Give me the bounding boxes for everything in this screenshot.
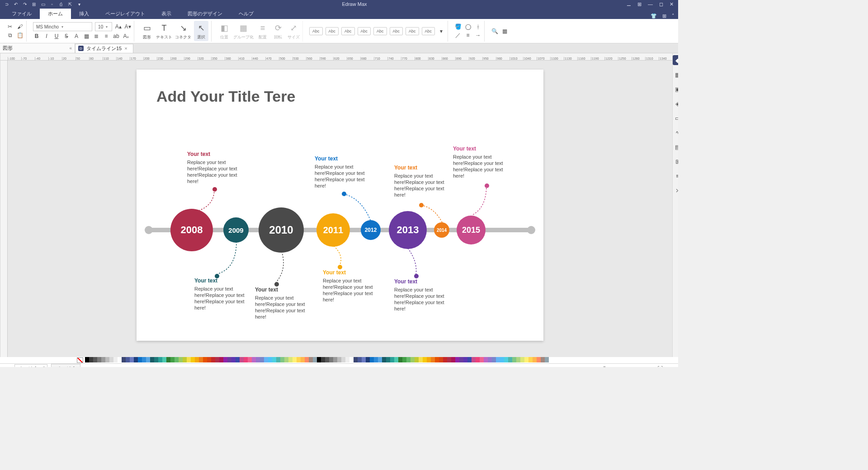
play-icon[interactable]: ▷ <box>566 365 573 367</box>
color-swatch[interactable] <box>463 357 467 362</box>
style-abc-8[interactable]: Abc <box>422 27 435 35</box>
minimize-icon[interactable]: — <box>648 1 653 7</box>
color-swatch[interactable] <box>179 357 183 362</box>
color-swatch[interactable] <box>402 357 406 362</box>
document-tab[interactable]: D タイムライン15 × <box>75 44 133 53</box>
print-icon[interactable]: ⎙ <box>58 1 64 7</box>
color-swatch[interactable] <box>105 357 109 362</box>
style-abc-3[interactable]: Abc <box>341 27 355 35</box>
note-2015[interactable]: Your textReplace your text here!Replace … <box>453 146 512 179</box>
rt-fill-icon[interactable]: ◆ <box>673 55 678 65</box>
color-swatch[interactable] <box>488 357 492 362</box>
color-swatch[interactable] <box>317 357 321 362</box>
color-swatch[interactable] <box>85 357 89 362</box>
bubble-2011[interactable]: 2011 <box>316 213 350 247</box>
color-swatch[interactable] <box>113 357 118 362</box>
color-swatch[interactable] <box>410 357 415 362</box>
bubble-2008[interactable]: 2008 <box>170 209 213 251</box>
color-swatch[interactable] <box>325 357 329 362</box>
add-page-icon[interactable]: + <box>84 365 93 367</box>
align-left-icon[interactable]: ≡ <box>103 33 110 40</box>
color-swatch[interactable] <box>341 357 345 362</box>
color-swatch[interactable] <box>362 357 366 362</box>
color-swatch[interactable] <box>97 357 101 362</box>
color-swatch[interactable] <box>512 357 516 362</box>
color-swatch[interactable] <box>439 357 443 362</box>
note-2013b[interactable]: Your textReplace your text here!Replace … <box>394 278 453 312</box>
color-swatch[interactable] <box>419 357 423 362</box>
color-swatch[interactable] <box>476 357 480 362</box>
color-swatch[interactable] <box>272 357 276 362</box>
color-swatch[interactable] <box>492 357 496 362</box>
increase-font-icon[interactable]: A▴ <box>115 23 122 30</box>
color-swatch[interactable] <box>150 357 154 362</box>
tab-home[interactable]: ホーム <box>40 9 71 19</box>
style-abc-7[interactable]: Abc <box>406 27 419 35</box>
line-icon[interactable]: ／ <box>454 32 462 39</box>
bold-icon[interactable]: B <box>33 33 40 40</box>
underline-icon[interactable]: U <box>53 33 60 40</box>
bullets-icon[interactable]: ≣ <box>93 33 100 40</box>
color-swatch[interactable] <box>93 357 97 362</box>
color-swatch[interactable] <box>406 357 410 362</box>
pages-icon[interactable]: ▯▯ <box>4 365 11 367</box>
highlight-icon[interactable]: ▦ <box>83 33 90 40</box>
color-swatch[interactable] <box>370 357 374 362</box>
bubble-2009[interactable]: 2009 <box>223 217 249 243</box>
color-swatch[interactable] <box>447 357 451 362</box>
canvas-stage[interactable]: Add Your Title Tere 2008 2009 2010 2011 … <box>8 61 672 357</box>
color-swatch[interactable] <box>313 357 317 362</box>
connector-tool-icon[interactable]: ↘ <box>177 22 189 34</box>
color-swatch[interactable] <box>484 357 488 362</box>
color-swatch[interactable] <box>199 357 203 362</box>
shirt-icon[interactable]: 👕 <box>651 13 657 19</box>
open-icon[interactable]: ▭ <box>40 1 46 7</box>
apps-icon[interactable]: ⊞ <box>637 1 642 7</box>
color-swatch[interactable] <box>130 357 134 362</box>
color-swatch[interactable] <box>378 357 382 362</box>
grid-icon[interactable]: ⊞ <box>662 13 666 19</box>
color-swatch[interactable] <box>240 357 244 362</box>
zoom-out-icon[interactable]: − <box>576 366 579 367</box>
color-swatch[interactable] <box>101 357 105 362</box>
zoom-in-icon[interactable]: + <box>627 366 630 367</box>
color-swatch[interactable] <box>394 357 398 362</box>
tab-help[interactable]: ヘルプ <box>231 9 262 19</box>
maximize-icon[interactable]: ◻ <box>659 1 663 7</box>
color-swatch[interactable] <box>423 357 427 362</box>
color-swatch[interactable] <box>89 357 93 362</box>
color-swatch[interactable] <box>309 357 313 362</box>
color-swatch[interactable] <box>280 357 284 362</box>
color-swatch[interactable] <box>187 357 191 362</box>
strike-icon[interactable]: S̶ <box>63 33 70 40</box>
color-swatch[interactable] <box>166 357 170 362</box>
color-swatch[interactable] <box>435 357 439 362</box>
rt-page-icon[interactable]: ▭ <box>673 113 678 123</box>
color-swatch[interactable] <box>252 357 256 362</box>
color-swatch[interactable] <box>122 357 126 362</box>
redo-icon[interactable]: ↷ <box>22 1 28 7</box>
note-2008[interactable]: Your textReplace your text here!Replace … <box>187 151 246 185</box>
color-swatch[interactable] <box>398 357 402 362</box>
font-family-select[interactable]: MS Mincho▾ <box>33 22 92 31</box>
style-abc-1[interactable]: Abc <box>309 27 323 35</box>
color-swatch[interactable] <box>260 357 264 362</box>
color-swatch[interactable] <box>138 357 142 362</box>
color-swatch[interactable] <box>537 357 541 362</box>
qat-more-icon[interactable]: ▾ <box>76 1 82 7</box>
tab-file[interactable]: ファイル <box>4 9 40 19</box>
color-swatch[interactable] <box>321 357 325 362</box>
italic-icon[interactable]: I <box>43 33 50 40</box>
color-swatch[interactable] <box>183 357 187 362</box>
note-2009[interactable]: Your textReplace your text here!Replace … <box>194 277 253 311</box>
color-swatch[interactable] <box>223 357 227 362</box>
doc-close-icon[interactable]: × <box>124 46 127 51</box>
color-swatch[interactable] <box>480 357 484 362</box>
color-swatch[interactable] <box>349 357 354 362</box>
clear-format-icon[interactable]: Aₓ <box>123 33 130 40</box>
color-swatch[interactable] <box>207 357 211 362</box>
options-icon[interactable]: ⚊ <box>627 1 631 7</box>
styles-more-icon[interactable]: ▾ <box>438 28 445 35</box>
page-tab[interactable]: ページ-1 <box>51 364 80 367</box>
style-abc-2[interactable]: Abc <box>326 27 339 35</box>
